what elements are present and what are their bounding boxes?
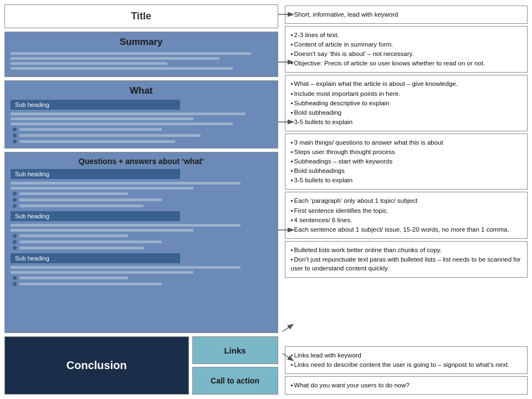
conclusion-block: Conclusion	[4, 336, 189, 395]
right-panel: Short, informative, lead with keyword 2-…	[283, 4, 528, 395]
cta-block: Call to action	[192, 367, 278, 395]
links-info-1: Links lead with keyword	[291, 351, 521, 360]
qa-section-3: Sub heading	[11, 253, 272, 286]
links-block: Links	[192, 336, 278, 364]
bullet-dot	[13, 140, 17, 144]
qa-bullets-3	[11, 276, 272, 286]
qa-line	[11, 182, 241, 185]
cta-label: Call to action	[211, 376, 259, 385]
what-info-3: Subheading descriptive to explain	[291, 99, 521, 108]
qa-bullet	[13, 198, 272, 202]
bullet-dot	[13, 240, 17, 244]
links-info-box: Links lead with keyword Links need to de…	[285, 346, 528, 374]
qa-bullets-1	[11, 192, 272, 208]
q-info-1-1: 3 main things/ questions to answer what …	[291, 138, 521, 147]
title-info-text: Short, informative, lead with keyword	[291, 10, 521, 19]
summary-line-2	[11, 57, 219, 60]
cta-info-box: What do you want your users to do now?	[285, 376, 528, 395]
right-spacer	[285, 280, 528, 344]
summary-line-4	[11, 67, 233, 70]
qa-bullet	[13, 240, 272, 244]
links-label: Links	[224, 346, 245, 355]
bullet-line	[19, 128, 162, 131]
what-subheading: Sub heading	[11, 100, 180, 110]
qa-lines-1	[11, 182, 272, 190]
summary-info-3: Doesn’t say ‘this is about’ – not necess…	[291, 49, 521, 58]
title-info-box: Short, informative, lead with keyword	[285, 6, 528, 24]
qa-line	[11, 187, 193, 190]
what-bullets	[11, 127, 272, 144]
bullet-dot	[13, 246, 17, 250]
what-block: What Sub heading	[4, 80, 278, 149]
qa-section-1: Sub heading	[11, 169, 272, 208]
what-bullet-3	[13, 140, 272, 144]
qa-line	[11, 229, 193, 232]
summary-info-box: 2-3 lines of text. Content of article in…	[285, 26, 528, 73]
qa-line	[11, 266, 241, 269]
what-line-2	[11, 117, 193, 120]
left-panel: Title Summary What Sub heading	[4, 4, 283, 395]
q-info-3-2: Don’t just repunctuate text paras with b…	[291, 255, 521, 273]
questions-block: Questions + answers about ‘what’ Sub hea…	[4, 152, 278, 333]
what-bullet-2	[13, 134, 272, 137]
links-info-2: Links need to describe content the user …	[291, 360, 521, 369]
what-info-5: 3-5 bullets to explain	[291, 117, 521, 126]
bullet-line	[19, 140, 175, 143]
what-title: What	[11, 85, 272, 96]
summary-info-2: Content of article in summary form.	[291, 40, 521, 49]
qa-bullet	[13, 246, 272, 250]
bullet-dot	[13, 192, 17, 196]
qa-bullet	[13, 192, 272, 196]
what-line-1	[11, 112, 245, 115]
bullet-line	[19, 192, 128, 195]
qa-line	[11, 224, 241, 227]
summary-info-4: Objective: Precis of article so user kno…	[291, 59, 521, 68]
links-cta-block: Links Call to action	[192, 336, 278, 395]
qa-bullet	[13, 276, 272, 280]
summary-line-3	[11, 62, 167, 65]
q-info-1-3: Subheadings – start with keywords	[291, 157, 521, 166]
bullet-dot	[13, 234, 17, 238]
bullet-dot	[13, 134, 17, 137]
questions-title: Questions + answers about ‘what’	[11, 157, 272, 166]
q-info-1-5: 3-5 bullets to explain	[291, 176, 521, 185]
bullet-line	[19, 277, 128, 279]
bullet-dot	[13, 276, 17, 280]
qa-line	[11, 271, 193, 274]
q-info-3-1: Bulleted lists work better online than c…	[291, 245, 521, 254]
qa-section-2: Sub heading	[11, 211, 272, 250]
bullet-line	[19, 247, 144, 249]
q-info-1-2: Steps user through thought process	[291, 147, 521, 156]
what-line-3	[11, 122, 233, 125]
qa-bullet	[13, 282, 272, 286]
what-info-1: What – explain what the article is about…	[291, 79, 521, 88]
bottom-row: Conclusion Links Call to action	[4, 336, 278, 395]
what-info-box: What – explain what the article is about…	[285, 75, 528, 131]
bullet-dot	[13, 127, 17, 131]
bullet-dot	[13, 198, 17, 202]
qa-lines-2	[11, 224, 272, 232]
bullet-line	[19, 204, 144, 207]
what-bullet-1	[13, 127, 272, 131]
summary-line-1	[11, 52, 251, 55]
bullet-line	[19, 198, 162, 201]
qa-lines-3	[11, 266, 272, 274]
q-info-2-3: 4 sentences/ 6 lines.	[291, 216, 521, 224]
questions-info-box-2: Each ‘paragraph’ only about 1 topic/ sub…	[285, 192, 528, 238]
title-label: Title	[131, 11, 151, 22]
qa-bullet	[13, 204, 272, 208]
questions-info-box-1: 3 main things/ questions to answer what …	[285, 134, 528, 190]
bullet-line	[19, 134, 201, 137]
qa-subheading-2: Sub heading	[11, 211, 180, 221]
q-info-2-2: First sentence identifies the topic.	[291, 206, 521, 215]
bullet-dot	[13, 204, 17, 208]
questions-info-box-3: Bulleted lists work better online than c…	[285, 241, 528, 278]
q-info-2-4: Each sentence about 1 subject/ issue, 15…	[291, 225, 521, 234]
bullet-line	[19, 283, 162, 285]
bullet-dot	[13, 282, 17, 286]
summary-info-1: 2-3 lines of text.	[291, 30, 521, 39]
what-content-lines	[11, 112, 272, 125]
summary-block: Summary	[4, 32, 278, 77]
qa-bullet	[13, 234, 272, 238]
bullet-line	[19, 234, 128, 237]
